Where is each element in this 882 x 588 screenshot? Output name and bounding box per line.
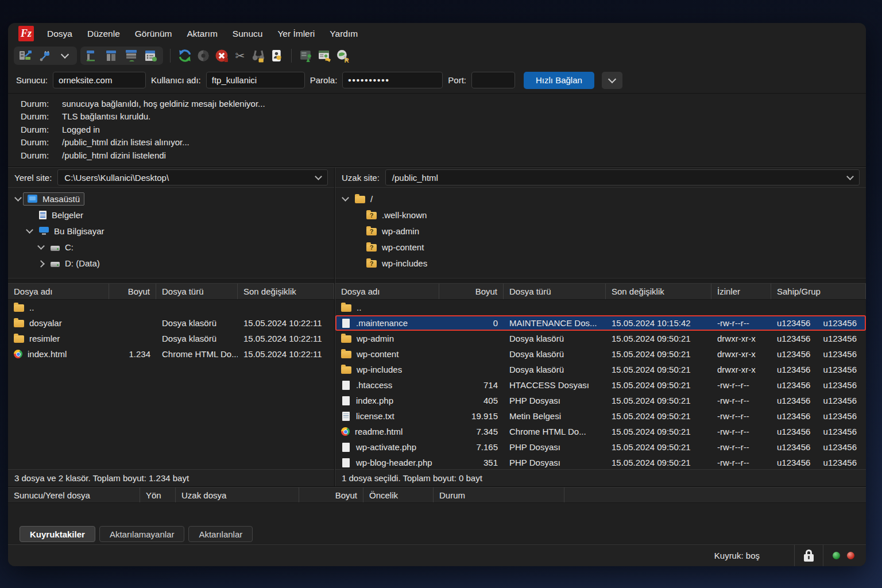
file-permissions: -rw-r--r--: [711, 427, 771, 436]
file-row[interactable]: index.html 1.234 Chrome HTML Do... 15.05…: [8, 346, 334, 362]
synchronized-browsing-icon[interactable]: [269, 48, 284, 63]
tree-node-icon: [28, 195, 37, 203]
message-log: Durum: sunucuya bağlanıldı, hoş geldiniz…: [8, 94, 866, 167]
file-modified: 15.05.2024 10:22:11: [238, 318, 334, 328]
file-modified: 15.05.2024 10:22:11: [238, 349, 334, 359]
file-row[interactable]: resimler Dosya klasörü 15.05.2024 10:22:…: [8, 331, 334, 346]
file-row[interactable]: .maintenance 0 MAINTENANCE Dos... 15.05.…: [335, 315, 866, 331]
file-type: Dosya klasörü: [504, 334, 606, 343]
column-header[interactable]: Son değişiklik: [606, 284, 711, 299]
file-type-icon: [341, 427, 350, 436]
site-manager-icon[interactable]: [18, 48, 33, 63]
username-input[interactable]: [206, 72, 305, 88]
menu-item[interactable]: Sunucu: [225, 26, 270, 42]
local-tree-item[interactable]: Bu Bilgisayar: [8, 223, 334, 239]
tree-expander-icon[interactable]: [36, 242, 46, 252]
remote-tree-item[interactable]: wp-admin: [335, 223, 866, 239]
chevron-down-icon[interactable]: [846, 173, 854, 180]
file-row[interactable]: .htaccess 714 HTACCESS Dosyası 15.05.202…: [335, 377, 866, 393]
port-input[interactable]: [471, 72, 515, 88]
column-header[interactable]: Dosya adı: [8, 284, 109, 299]
column-header[interactable]: Öncelik: [363, 488, 434, 502]
file-owner: u123456: [777, 411, 810, 421]
file-group: u123456: [823, 442, 857, 452]
file-row[interactable]: wp-activate.php 7.165 PHP Dosyası 15.05.…: [335, 439, 866, 455]
column-header[interactable]: Dosya türü: [156, 284, 238, 299]
quickconnect-bar: Sunucu: Kullanıcı adı: Parola: Port: Hız…: [8, 67, 866, 94]
tree-expander-icon[interactable]: [340, 194, 350, 204]
toggle-remote-tree-icon[interactable]: [124, 48, 139, 63]
file-row[interactable]: wp-blog-header.php 351 PHP Dosyası 15.05…: [335, 455, 866, 469]
toggle-local-tree-icon[interactable]: [105, 48, 119, 63]
filter-files-icon[interactable]: R: [335, 48, 350, 63]
site-manager-plug-icon[interactable]: [38, 48, 53, 63]
column-header[interactable]: Yön: [140, 488, 176, 502]
file-size: 7.165: [439, 442, 504, 452]
queue-tab[interactable]: Kuyruktakiler: [20, 526, 95, 542]
password-input[interactable]: [342, 72, 443, 88]
toggle-log-view-icon[interactable]: [85, 48, 100, 63]
local-tree-item[interactable]: D: (Data): [8, 255, 334, 271]
local-tree-item[interactable]: Belgeler: [8, 207, 334, 223]
toggle-queue-view-icon[interactable]: [144, 48, 158, 63]
file-row[interactable]: readme.html 7.345 Chrome HTML Do... 15.0…: [335, 424, 866, 439]
file-name: readme.html: [355, 427, 403, 436]
file-row[interactable]: ..: [8, 300, 334, 315]
file-permissions: -rw-r--r--: [711, 458, 771, 467]
column-header[interactable]: Dosya türü: [504, 284, 606, 299]
menu-item[interactable]: Dosya: [40, 26, 80, 42]
tree-expander-icon[interactable]: [24, 226, 34, 236]
quickconnect-dropdown-button[interactable]: [602, 72, 622, 89]
column-header[interactable]: Dosya adı: [335, 284, 439, 299]
menu-item[interactable]: Düzenle: [80, 26, 127, 42]
local-status-bar: 3 dosya ve 2 klasör. Toplam boyut: 1.234…: [8, 469, 334, 486]
local-tree-item[interactable]: C:: [8, 239, 334, 255]
file-row[interactable]: dosyalar Dosya klasörü 15.05.2024 10:22:…: [8, 315, 334, 331]
file-row[interactable]: license.txt 19.915 Metin Belgesi 15.05.2…: [335, 408, 866, 424]
local-path-combo[interactable]: C:\Users\Kullanici\Desktop\: [57, 169, 328, 185]
column-header[interactable]: Son değişiklik: [238, 284, 334, 299]
file-row[interactable]: index.php 405 PHP Dosyası 15.05.2024 09:…: [335, 393, 866, 408]
remote-splitter[interactable]: [335, 278, 866, 283]
column-header[interactable]: Uzak dosya: [176, 488, 299, 502]
menu-item[interactable]: Aktarım: [179, 26, 225, 42]
column-header[interactable]: Sahip/Grup: [771, 284, 866, 299]
process-queue-icon[interactable]: [196, 48, 211, 63]
column-header[interactable]: Boyut: [109, 284, 156, 299]
find-files-icon[interactable]: [299, 48, 314, 63]
menu-item[interactable]: Yer İmleri: [270, 26, 322, 42]
quickconnect-button[interactable]: Hızlı Bağlan: [524, 72, 594, 89]
open-site-in-browser-icon[interactable]: [317, 48, 332, 63]
column-header[interactable]: İzinler: [711, 284, 771, 299]
local-splitter[interactable]: [8, 278, 334, 283]
tree-node-label: /: [370, 194, 373, 204]
remote-tree-item[interactable]: /: [335, 191, 866, 207]
chevron-down-icon[interactable]: [315, 173, 322, 180]
column-header[interactable]: Durum: [434, 488, 564, 502]
cancel-operation-icon[interactable]: [214, 48, 229, 63]
remote-tree-item[interactable]: .well-known: [335, 207, 866, 223]
tree-expander-icon[interactable]: [13, 194, 23, 204]
file-row[interactable]: wp-includes Dosya klasörü 15.05.2024 09:…: [335, 362, 866, 377]
directory-comparison-icon[interactable]: [251, 48, 266, 63]
queue-tab[interactable]: Aktarılanlar: [188, 526, 253, 542]
host-input[interactable]: [53, 72, 146, 88]
local-tree-item[interactable]: Masaüstü: [8, 191, 334, 207]
disconnect-icon[interactable]: ✂: [233, 48, 247, 63]
column-header[interactable]: Boyut: [439, 284, 504, 299]
remote-path-combo[interactable]: /public_html: [385, 169, 860, 185]
site-manager-dropdown-icon[interactable]: [57, 48, 72, 63]
file-row[interactable]: ..: [335, 300, 866, 315]
refresh-icon[interactable]: [177, 48, 192, 63]
menu-item[interactable]: Yardım: [322, 26, 365, 42]
column-header[interactable]: Boyut: [299, 488, 363, 502]
queue-tab[interactable]: Aktarılamayanlar: [99, 526, 185, 542]
remote-tree-item[interactable]: wp-includes: [335, 255, 866, 271]
column-header[interactable]: Sunucu/Yerel dosya: [8, 488, 140, 502]
file-row[interactable]: wp-content Dosya klasörü 15.05.2024 09:5…: [335, 346, 866, 362]
file-row[interactable]: wp-admin Dosya klasörü 15.05.2024 09:50:…: [335, 331, 866, 346]
file-owner: u123456: [777, 442, 810, 452]
menu-item[interactable]: Görünüm: [127, 26, 180, 42]
tree-expander-icon[interactable]: [36, 258, 46, 268]
remote-tree-item[interactable]: wp-content: [335, 239, 866, 255]
